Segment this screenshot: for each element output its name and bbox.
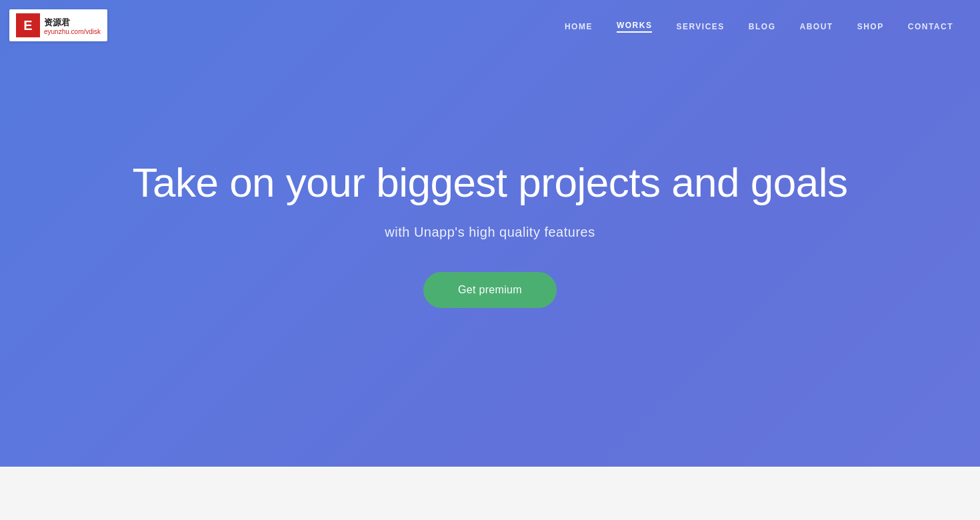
hero-title: Take on your biggest projects and goals — [132, 159, 847, 206]
watermark-url: eyunzhu.com/vdisk — [44, 28, 101, 35]
watermark-info: 资源君 eyunzhu.com/vdisk — [44, 16, 101, 35]
nav-shop[interactable]: SHOP — [857, 22, 884, 31]
watermark-letter: E — [16, 13, 40, 37]
watermark-badge: E 资源君 eyunzhu.com/vdisk — [9, 9, 107, 41]
hero-subtitle: with Unapp's high quality features — [132, 225, 847, 240]
nav-works[interactable]: WORKS — [617, 21, 653, 33]
nav-home[interactable]: HOME — [565, 22, 593, 31]
nav-services[interactable]: SERVICES — [676, 22, 724, 31]
cta-button[interactable]: Get premium — [423, 272, 557, 308]
watermark-name: 资源君 — [44, 17, 70, 27]
main-nav: HOME WORKS SERVICES BLOG ABOUT SHOP CONT… — [565, 21, 953, 33]
nav-blog[interactable]: BLOG — [749, 22, 776, 31]
site-header: pp HOME WORKS SERVICES BLOG ABOUT SHOP C… — [0, 0, 980, 53]
nav-contact[interactable]: CONTACT — [908, 22, 953, 31]
hero-content: Take on your biggest projects and goals … — [105, 159, 874, 308]
hero-section: pp HOME WORKS SERVICES BLOG ABOUT SHOP C… — [0, 0, 980, 467]
bottom-section — [0, 467, 980, 520]
nav-about[interactable]: ABOUT — [800, 22, 833, 31]
